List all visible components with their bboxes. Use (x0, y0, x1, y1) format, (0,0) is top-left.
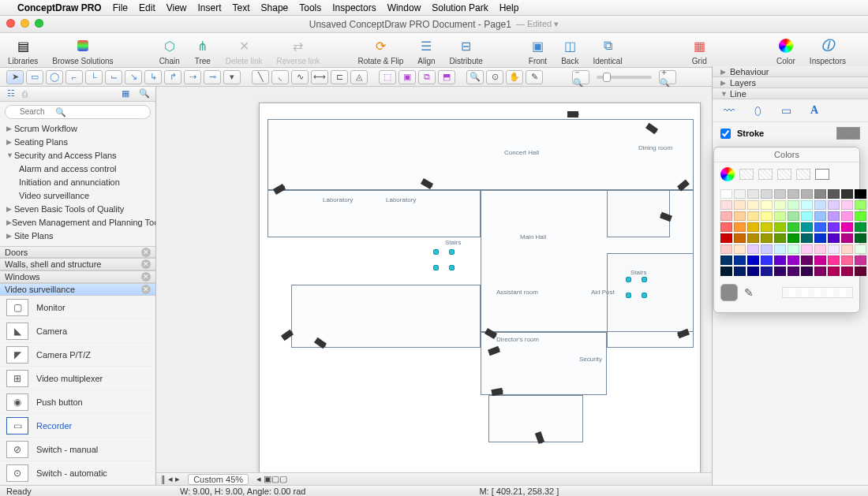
color-swatch[interactable] (814, 222, 826, 232)
recent-colors-strip[interactable] (782, 287, 853, 298)
color-swatch[interactable] (814, 189, 826, 199)
select-tool-1[interactable]: ⬚ (379, 70, 396, 84)
color-swatch[interactable] (841, 200, 853, 210)
color-wheel-picker-icon[interactable] (720, 167, 735, 181)
panel-view-tree[interactable]: ☷ (3, 88, 19, 100)
shape-item[interactable]: ⊞Video multiplexer (0, 367, 155, 390)
line-style-tab-1[interactable]: 〰 (719, 103, 739, 118)
color-swatch[interactable] (828, 189, 840, 199)
distribute-icon[interactable]: ⊟ (458, 37, 475, 54)
color-swatch[interactable] (774, 233, 786, 243)
color-swatch[interactable] (761, 189, 773, 199)
shape-item[interactable]: ⊙Switch - automatic (0, 461, 155, 485)
color-swatch[interactable] (814, 200, 826, 210)
color-swatch[interactable] (828, 211, 840, 221)
inspector-section-behaviour[interactable]: ▶Behaviour (713, 66, 868, 77)
color-swatch[interactable] (774, 255, 786, 265)
shape-item[interactable]: ⊘Switch - manual (0, 438, 155, 461)
color-swatch[interactable] (855, 200, 866, 210)
connector-tool-3[interactable]: ⌙ (105, 70, 122, 84)
color-swatch[interactable] (761, 222, 773, 232)
color-swatch[interactable] (828, 233, 840, 243)
library-header-selected[interactable]: Video surveillance✕ (0, 283, 155, 296)
shape-item[interactable]: ◤Camera P/T/Z (0, 343, 155, 367)
color-swatch[interactable] (761, 233, 773, 243)
menu-text[interactable]: Text (233, 2, 250, 13)
close-library-icon[interactable]: ✕ (141, 272, 151, 282)
color-swatch[interactable] (788, 189, 799, 199)
current-color-swatch[interactable] (720, 284, 738, 301)
shape-item[interactable]: ▢Monitor (0, 296, 155, 319)
library-header[interactable]: Doors✕ (0, 246, 155, 259)
color-swatch[interactable] (734, 233, 746, 243)
color-swatch[interactable] (720, 200, 732, 210)
color-swatch[interactable] (734, 244, 746, 254)
page-tabs[interactable]: ◂ ▣▢▢ (256, 474, 287, 484)
color-swatch[interactable] (788, 200, 799, 210)
line-tool[interactable]: ╲ (252, 70, 269, 84)
menu-window[interactable]: Window (387, 2, 421, 13)
library-search-input[interactable] (5, 105, 151, 119)
color-swatch[interactable] (841, 211, 853, 221)
fit-canvas[interactable]: ⊙ (486, 70, 503, 84)
menu-file[interactable]: File (113, 2, 128, 13)
menu-shape[interactable]: Shape (261, 2, 289, 13)
rotate-flip-icon[interactable]: ⟳ (372, 37, 389, 54)
color-swatch[interactable] (747, 200, 759, 210)
connector-tool-7[interactable]: ⇢ (184, 70, 201, 84)
grid-toggle-icon[interactable]: ▦ (690, 37, 708, 54)
menu-help[interactable]: Help (499, 2, 519, 13)
reverse-link-icon[interactable]: ⇄ (290, 37, 307, 54)
color-swatch[interactable] (747, 233, 759, 243)
document-edited-indicator[interactable]: — Edited ▾ (516, 19, 559, 29)
scroll-left-icon[interactable]: ‖ ◂ ▸ (161, 474, 180, 484)
chain-icon[interactable]: ⬡ (161, 37, 178, 54)
connector-tool-4[interactable]: ↘ (125, 70, 142, 84)
menu-edit[interactable]: Edit (139, 2, 155, 13)
tree-item[interactable]: Seating Plans (0, 136, 155, 149)
tree-subitem[interactable]: Alarm and access control (0, 162, 155, 176)
color-swatch[interactable] (801, 211, 813, 221)
tree-item[interactable]: Site Plans (0, 229, 155, 243)
color-palette-2-icon[interactable] (758, 169, 773, 180)
connector-tool-1[interactable]: ⌐ (65, 70, 83, 84)
zoom-slider[interactable] (597, 76, 652, 79)
shape-item-selected[interactable]: ▭Recorder (0, 414, 155, 438)
color-swatch[interactable] (828, 267, 840, 276)
color-swatch[interactable] (720, 244, 732, 254)
close-library-icon[interactable]: ✕ (141, 285, 151, 294)
color-swatch[interactable] (747, 189, 759, 199)
pan-tool[interactable]: ✋ (506, 70, 523, 84)
line-text-tab[interactable]: A (804, 103, 825, 118)
color-swatch[interactable] (747, 267, 759, 276)
selected-handle[interactable] (449, 265, 455, 270)
color-swatch[interactable] (801, 233, 813, 243)
ellipse-tool[interactable]: ◯ (46, 70, 63, 84)
color-swatch[interactable] (761, 200, 773, 210)
menu-tools[interactable]: Tools (299, 2, 321, 13)
color-palette-3-icon[interactable] (777, 169, 791, 180)
menu-insert[interactable]: Insert (198, 2, 222, 13)
color-swatch[interactable] (841, 255, 853, 265)
shape-tool[interactable]: ◬ (350, 70, 368, 84)
connector-tool-6[interactable]: ↱ (164, 70, 181, 84)
front-icon[interactable]: ▣ (529, 37, 546, 54)
library-header[interactable]: Windows✕ (0, 270, 155, 283)
color-swatch[interactable] (720, 267, 732, 276)
color-palette-4-icon[interactable] (796, 169, 810, 180)
color-swatch[interactable] (761, 255, 773, 265)
zoom-window-button[interactable] (35, 19, 43, 28)
color-swatch[interactable] (814, 233, 826, 243)
panel-view-grid[interactable]: ▦ (118, 88, 133, 100)
color-swatch[interactable] (747, 222, 759, 232)
layers-dropdown[interactable]: ▾ (223, 70, 241, 84)
color-swatch[interactable] (720, 255, 732, 265)
zoom-level[interactable]: Custom 45% (188, 474, 249, 485)
stroke-color-swatch[interactable] (836, 127, 860, 140)
curve-tool[interactable]: ∿ (291, 70, 309, 84)
color-swatch[interactable] (828, 244, 840, 254)
color-swatch[interactable] (734, 267, 746, 276)
color-swatch[interactable] (828, 255, 840, 265)
tree-item[interactable]: Seven Basic Tools of Quality (0, 203, 155, 216)
tree-item[interactable]: Scrum Workflow (0, 122, 155, 136)
